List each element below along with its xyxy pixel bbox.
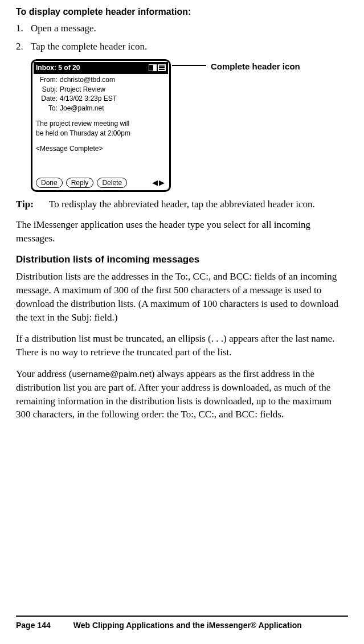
tip-label: Tip: — [16, 198, 49, 211]
step-2-number: 2. — [16, 40, 31, 54]
paragraph-1: The iMessenger application uses the head… — [16, 218, 348, 245]
paragraph-2: Distribution lists are the addresses in … — [16, 270, 348, 324]
nav-arrows-icon: ◀▶ — [152, 178, 166, 188]
paragraph-4a: Your address ( — [16, 368, 72, 379]
step-1: 1. Open a message. — [16, 22, 348, 35]
callout-label: Complete header icon — [211, 60, 300, 72]
page-number: Page 144 — [16, 620, 51, 631]
device-buttons: Done Reply Delete ◀▶ — [34, 177, 168, 189]
step-1-number: 1. — [16, 22, 31, 35]
step-2: 2. Tap the complete header icon. — [16, 40, 348, 54]
callout-line — [172, 65, 206, 66]
tip-text: To redisplay the abbreviated header, tap… — [49, 198, 315, 211]
step-2-text: Tap the complete header icon. — [31, 40, 147, 54]
abbreviated-header-icon — [158, 64, 166, 71]
distribution-heading: Distribution lists of incoming messages — [16, 253, 348, 266]
figure-row: Inbox: 5 of 20 From:dchristo@tbd.com Sub… — [31, 59, 348, 192]
body-line-1: The project review meeting will — [36, 119, 166, 129]
device-titlebar: Inbox: 5 of 20 — [34, 62, 168, 74]
titlebar-icons — [149, 64, 166, 71]
subj-value: Project Review — [60, 85, 105, 95]
date-label: Date: — [36, 94, 58, 104]
to-label: To: — [36, 104, 58, 113]
device-screenshot: Inbox: 5 of 20 From:dchristo@tbd.com Sub… — [31, 59, 171, 192]
paragraph-3: If a distribution list must be truncated… — [16, 332, 348, 359]
reply-button: Reply — [66, 178, 94, 188]
username-example: username@palm.net — [72, 369, 151, 379]
complete-header-icon — [149, 64, 157, 71]
to-value: Joe@palm.net — [60, 104, 104, 113]
message-complete: <Message Complete> — [36, 144, 166, 154]
step-1-text: Open a message. — [31, 22, 96, 35]
device-body: From:dchristo@tbd.com Subj:Project Revie… — [34, 74, 168, 177]
from-label: From: — [36, 75, 58, 85]
chapter-title: Web Clipping Applications and the iMesse… — [73, 620, 302, 631]
tip-row: Tip: To redisplay the abbreviated header… — [16, 198, 348, 211]
inbox-title: Inbox: 5 of 20 — [36, 63, 80, 73]
page-footer: Page 144 Web Clipping Applications and t… — [16, 616, 348, 631]
paragraph-4: Your address (username@palm.net) always … — [16, 367, 348, 421]
delete-button: Delete — [97, 178, 127, 188]
from-value: dchristo@tbd.com — [60, 75, 115, 85]
date-value: 4/13/02 3:23p EST — [60, 94, 117, 104]
body-line-2: be held on Thursday at 2:00pm — [36, 129, 166, 138]
step-list: 1. Open a message. 2. Tap the complete h… — [16, 22, 348, 54]
procedure-heading: To display complete header information: — [16, 6, 348, 18]
done-button: Done — [36, 178, 63, 188]
subj-label: Subj: — [36, 85, 58, 95]
